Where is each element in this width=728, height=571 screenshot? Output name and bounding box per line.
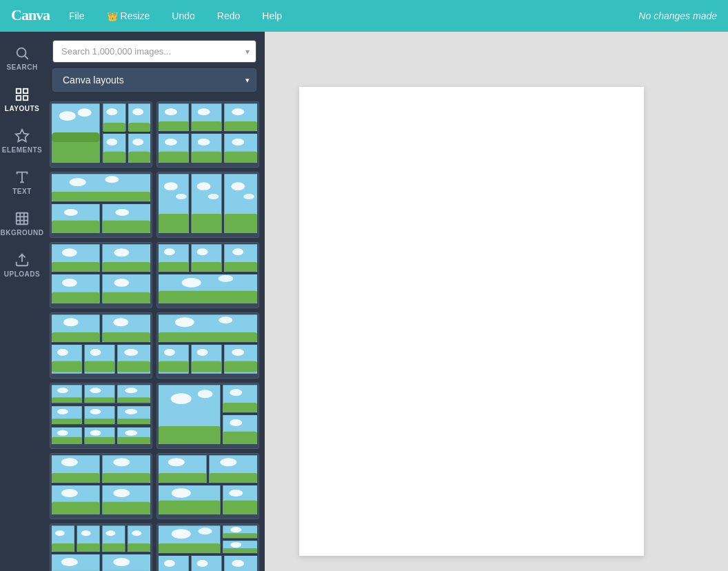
layout-preview-svg xyxy=(50,313,152,375)
svg-rect-176 xyxy=(83,406,84,424)
list-item[interactable] xyxy=(156,242,259,308)
svg-rect-104 xyxy=(102,292,150,303)
svg-rect-131 xyxy=(52,343,150,344)
help-menu[interactable]: Help xyxy=(258,8,286,24)
list-item[interactable] xyxy=(50,523,152,571)
layouts-grid xyxy=(44,99,265,571)
svg-rect-52 xyxy=(159,152,189,163)
list-item[interactable] xyxy=(50,453,152,519)
svg-point-1 xyxy=(17,48,26,57)
svg-rect-40 xyxy=(159,121,189,131)
svg-point-151 xyxy=(164,349,175,356)
svg-rect-266 xyxy=(159,543,220,553)
svg-point-88 xyxy=(231,182,245,190)
svg-point-105 xyxy=(114,279,129,287)
list-item[interactable] xyxy=(156,383,259,449)
svg-rect-148 xyxy=(159,343,257,344)
svg-point-175 xyxy=(57,409,68,414)
svg-text:Canva: Canva xyxy=(11,6,50,23)
svg-point-227 xyxy=(168,458,185,466)
svg-point-138 xyxy=(90,349,101,356)
svg-rect-228 xyxy=(208,455,209,483)
svg-rect-162 xyxy=(52,397,82,403)
layout-preview-svg xyxy=(157,313,259,375)
svg-point-280 xyxy=(164,560,175,567)
svg-rect-87 xyxy=(224,214,257,233)
list-item[interactable] xyxy=(156,523,259,571)
svg-rect-164 xyxy=(83,385,84,403)
svg-point-272 xyxy=(230,527,241,532)
svg-rect-92 xyxy=(52,262,100,272)
list-item[interactable] xyxy=(50,172,152,238)
svg-rect-102 xyxy=(101,274,102,303)
svg-rect-252 xyxy=(125,525,127,552)
list-item[interactable] xyxy=(50,101,152,168)
svg-rect-244 xyxy=(75,525,77,552)
sidebar-item-elements[interactable]: ELEMENTS xyxy=(0,120,44,161)
layout-preview-svg xyxy=(157,383,259,445)
svg-point-288 xyxy=(232,560,244,567)
layout-preview-svg xyxy=(50,524,152,571)
svg-rect-44 xyxy=(192,121,222,131)
svg-rect-108 xyxy=(159,262,189,272)
svg-rect-3 xyxy=(17,88,21,92)
svg-rect-178 xyxy=(85,419,115,424)
svg-rect-152 xyxy=(190,345,191,374)
svg-point-220 xyxy=(61,489,78,497)
svg-rect-4 xyxy=(23,88,28,92)
search-icon xyxy=(14,46,30,61)
resize-menu[interactable]: 👑 Resize xyxy=(103,8,154,24)
svg-rect-96 xyxy=(102,262,150,272)
svg-rect-127 xyxy=(101,314,102,342)
svg-point-147 xyxy=(219,317,232,323)
layout-source-select[interactable]: Canva layouts My layouts Custom xyxy=(52,68,256,92)
svg-point-66 xyxy=(105,176,119,183)
list-item[interactable] xyxy=(50,383,152,449)
sidebar-item-layouts[interactable]: LAYOUTS xyxy=(0,79,44,120)
svg-rect-135 xyxy=(83,345,84,374)
svg-point-20 xyxy=(59,111,76,121)
svg-point-29 xyxy=(132,108,143,115)
svg-point-146 xyxy=(175,317,194,327)
svg-rect-133 xyxy=(52,361,82,372)
svg-rect-67 xyxy=(52,202,150,203)
elements-icon xyxy=(14,128,30,143)
list-item[interactable] xyxy=(156,453,259,519)
svg-rect-141 xyxy=(117,361,150,372)
svg-rect-260 xyxy=(101,554,102,571)
svg-rect-222 xyxy=(102,502,150,514)
list-item[interactable] xyxy=(50,312,152,379)
icon-sidebar: SEARCH LAYOUTS ELEMENTS TEXT xyxy=(0,32,44,571)
main-container: SEARCH LAYOUTS ELEMENTS TEXT xyxy=(0,32,728,571)
sidebar-item-text[interactable]: TEXT xyxy=(0,161,44,203)
svg-rect-207 xyxy=(223,432,257,444)
undo-menu[interactable]: Undo xyxy=(168,8,199,24)
svg-point-122 xyxy=(218,275,233,282)
list-item[interactable] xyxy=(156,101,259,168)
svg-rect-150 xyxy=(159,361,189,372)
svg-rect-203 xyxy=(223,403,257,412)
sidebar-item-background[interactable]: BKGROUND xyxy=(0,203,44,244)
layout-source-dropdown: Canva layouts My layouts Custom ▾ xyxy=(52,68,256,92)
sidebar-item-search[interactable]: SEARCH xyxy=(0,37,44,79)
svg-point-61 xyxy=(232,139,244,146)
list-item[interactable] xyxy=(50,242,152,308)
svg-point-21 xyxy=(78,108,92,117)
svg-point-191 xyxy=(90,430,101,436)
list-item[interactable] xyxy=(156,172,259,238)
layout-preview-svg xyxy=(50,383,152,445)
svg-rect-230 xyxy=(209,473,257,483)
svg-rect-285 xyxy=(222,556,223,571)
sidebar-item-uploads[interactable]: UPLOADS xyxy=(0,244,44,286)
svg-rect-246 xyxy=(77,543,100,552)
image-search-input[interactable] xyxy=(52,40,256,63)
svg-point-45 xyxy=(198,108,210,115)
list-item[interactable] xyxy=(156,312,259,379)
svg-rect-170 xyxy=(117,397,150,403)
svg-rect-145 xyxy=(159,332,257,342)
uploads-icon xyxy=(14,252,30,268)
file-menu[interactable]: File xyxy=(65,8,89,24)
svg-rect-98 xyxy=(52,272,150,274)
redo-menu[interactable]: Redo xyxy=(213,8,244,24)
svg-point-84 xyxy=(208,194,219,199)
